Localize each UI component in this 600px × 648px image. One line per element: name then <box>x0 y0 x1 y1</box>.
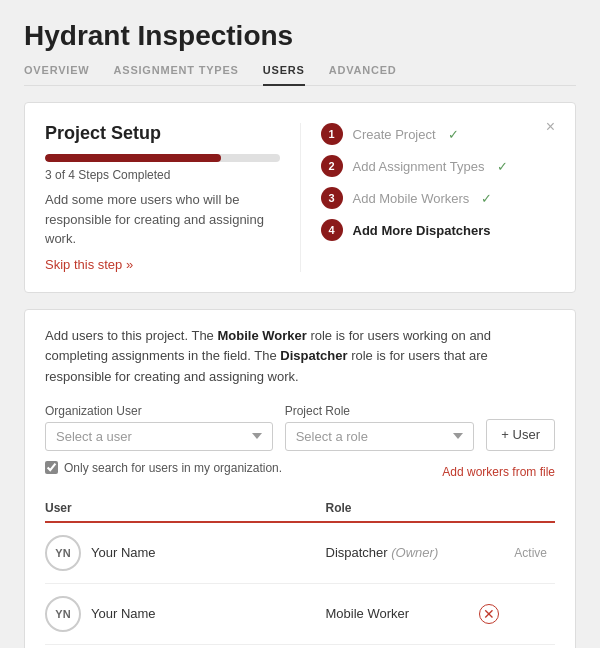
table-header: User Role <box>45 495 555 522</box>
add-from-file-link[interactable]: Add workers from file <box>282 465 555 479</box>
users-table-body: YN Your Name Dispatcher (Owner) Active <box>45 522 555 645</box>
role-text-1: Dispatcher <box>326 545 388 560</box>
checkbox-file-row: Only search for users in my organization… <box>45 461 555 483</box>
setup-left: Project Setup 3 of 4 Steps Completed Add… <box>45 123 280 272</box>
project-role-label: Project Role <box>285 404 475 418</box>
step-1-label: Create Project <box>353 127 436 142</box>
role-select[interactable]: Select a role <box>285 422 475 451</box>
step-4: 4 Add More Dispatchers <box>321 219 556 241</box>
step-1-check: ✓ <box>448 127 459 142</box>
role-cell-2: Mobile Worker <box>326 583 479 644</box>
search-org-label: Only search for users in my organization… <box>64 461 282 475</box>
progress-bar-bg <box>45 154 280 162</box>
search-org-checkbox[interactable] <box>45 461 58 474</box>
setup-description: Add some more users who will be responsi… <box>45 190 280 249</box>
remove-user-button-2[interactable]: ✕ <box>479 604 499 624</box>
user-select[interactable]: Select a user <box>45 422 273 451</box>
step-2-num: 2 <box>328 160 334 172</box>
col-header-user: User <box>45 495 326 522</box>
table-row: YN Your Name Dispatcher (Owner) Active <box>45 522 555 584</box>
step-1-num: 1 <box>328 128 334 140</box>
setup-title: Project Setup <box>45 123 280 144</box>
page-title: Hydrant Inspections <box>24 20 576 52</box>
tab-users[interactable]: Users <box>263 64 305 86</box>
org-user-label: Organization User <box>45 404 273 418</box>
user-name-2: Your Name <box>91 606 156 621</box>
tab-assignment-types[interactable]: Assignment Types <box>114 64 239 86</box>
status-badge-1: Active <box>514 546 547 560</box>
project-setup-card: Project Setup 3 of 4 Steps Completed Add… <box>24 102 576 293</box>
step-2-check: ✓ <box>497 159 508 174</box>
avatar-1: YN <box>45 535 81 571</box>
search-org-checkbox-row: Only search for users in my organization… <box>45 461 282 475</box>
project-role-group: Project Role Select a role <box>285 404 475 451</box>
close-button[interactable]: × <box>546 119 555 135</box>
setup-right: × 1 Create Project ✓ 2 Add Assignment Ty… <box>300 123 556 272</box>
step-1-circle: 1 <box>321 123 343 145</box>
step-2-circle: 2 <box>321 155 343 177</box>
step-3-circle: 3 <box>321 187 343 209</box>
user-cell-1: YN Your Name <box>45 522 326 584</box>
role-owner-1: (Owner) <box>391 545 438 560</box>
avatar-initials-2: YN <box>55 608 70 620</box>
role-text-2: Mobile Worker <box>326 606 410 621</box>
table-row: YN Your Name Mobile Worker ✕ <box>45 583 555 644</box>
step-3-num: 3 <box>328 192 334 204</box>
step-3-label: Add Mobile Workers <box>353 191 470 206</box>
org-user-group: Organization User Select a user <box>45 404 273 451</box>
user-form-row: Organization User Select a user Project … <box>45 404 555 451</box>
desc-part1: Add users to this project. The <box>45 328 217 343</box>
avatar-initials-1: YN <box>55 547 70 559</box>
step-4-circle: 4 <box>321 219 343 241</box>
user-cell-2: YN Your Name <box>45 583 326 644</box>
step-3-check: ✓ <box>481 191 492 206</box>
col-header-role: Role <box>326 495 479 522</box>
progress-bar-fill <box>45 154 221 162</box>
status-cell-2: ✕ <box>479 583 556 644</box>
users-card: Add users to this project. The Mobile Wo… <box>24 309 576 649</box>
skip-step-link[interactable]: Skip this step » <box>45 257 280 272</box>
col-header-status <box>479 495 556 522</box>
step-3: 3 Add Mobile Workers ✓ <box>321 187 556 209</box>
step-4-num: 4 <box>328 224 334 236</box>
users-table: User Role YN Your Name <box>45 495 555 645</box>
step-4-label: Add More Dispatchers <box>353 223 491 238</box>
step-2: 2 Add Assignment Types ✓ <box>321 155 556 177</box>
role-cell-1: Dispatcher (Owner) <box>326 522 479 584</box>
mobile-worker-term: Mobile Worker <box>217 328 306 343</box>
dispatcher-term: Dispatcher <box>280 348 347 363</box>
user-name-1: Your Name <box>91 545 156 560</box>
status-cell-1: Active <box>479 522 556 584</box>
users-description: Add users to this project. The Mobile Wo… <box>45 326 555 388</box>
avatar-2: YN <box>45 596 81 632</box>
tab-advanced[interactable]: Advanced <box>329 64 397 86</box>
tab-bar: Overview Assignment Types Users Advanced <box>24 64 576 86</box>
step-1: 1 Create Project ✓ <box>321 123 556 145</box>
steps-completed-text: 3 of 4 Steps Completed <box>45 168 280 182</box>
add-user-button[interactable]: + User <box>486 419 555 451</box>
step-2-label: Add Assignment Types <box>353 159 485 174</box>
tab-overview[interactable]: Overview <box>24 64 90 86</box>
